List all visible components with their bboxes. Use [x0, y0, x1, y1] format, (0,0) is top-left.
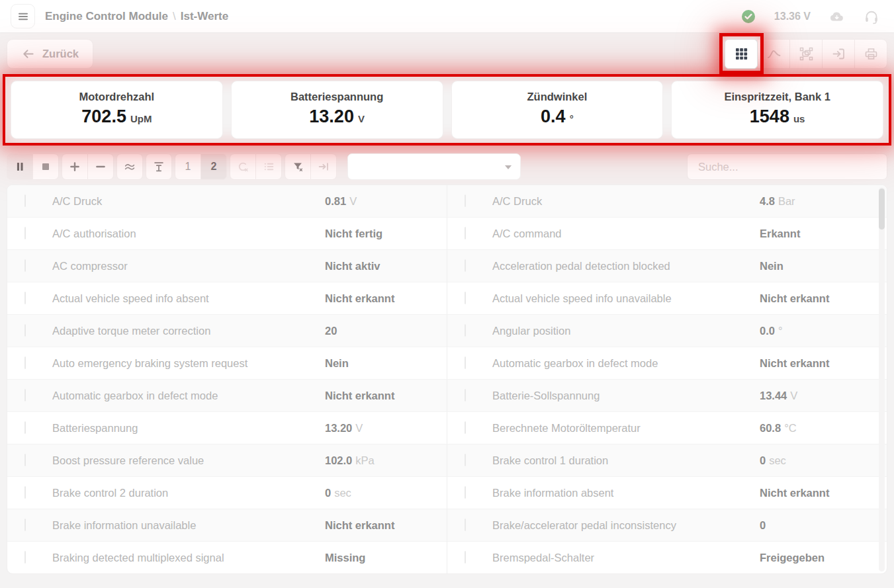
table-row[interactable]: Batteriespannung 13.20V: [7, 412, 447, 444]
page-1-button[interactable]: 1: [175, 153, 201, 180]
back-button[interactable]: Zurück: [7, 39, 93, 69]
row-checkbox[interactable]: [24, 227, 26, 239]
row-checkbox[interactable]: [24, 324, 26, 337]
param-name: Batterie-Sollspannung: [492, 390, 760, 402]
row-checkbox[interactable]: [465, 324, 466, 337]
channel-dropdown[interactable]: [347, 153, 521, 180]
table-row[interactable]: A/C authorisation Nicht fertig: [7, 218, 447, 250]
table-row[interactable]: Actual vehicle speed info absent Nicht e…: [7, 282, 447, 315]
list-view-button[interactable]: [255, 153, 282, 180]
table-row[interactable]: Automatic gearbox in defect mode Nicht e…: [7, 380, 447, 412]
row-checkbox[interactable]: [24, 259, 26, 272]
table-row[interactable]: Brake control 2 duration 0sec: [7, 477, 447, 509]
row-checkbox[interactable]: [24, 292, 26, 304]
row-checkbox[interactable]: [465, 421, 466, 434]
card-value: 1548us: [672, 108, 883, 126]
card-value: 0.4°: [452, 108, 663, 126]
param-value: Nicht erkannt: [760, 487, 887, 499]
card-label: Batteriespannung: [232, 91, 443, 103]
param-name: Brake information unavailable: [52, 519, 325, 532]
row-checkbox[interactable]: [465, 259, 466, 272]
param-value: Nicht erkannt: [760, 292, 887, 305]
metric-card-zuendwinkel: Zündwinkel 0.4°: [451, 81, 664, 139]
table-row[interactable]: Brake/accelerator pedal inconsistency 0: [447, 509, 887, 542]
pause-icon: [13, 160, 26, 173]
card-value: 702.5UpM: [11, 108, 222, 126]
param-value: Erkannt: [760, 228, 887, 240]
table-row[interactable]: Automatic gearbox in defect mode Nicht e…: [447, 347, 887, 380]
row-checkbox[interactable]: [24, 551, 26, 564]
scrollbar-thumb[interactable]: [879, 189, 885, 230]
table-row[interactable]: Brake information unavailable Nicht erka…: [7, 509, 447, 542]
table-row[interactable]: Acceleration pedal detection blocked Nei…: [447, 250, 887, 282]
card-unit: V: [358, 113, 365, 124]
breadcrumb-separator: \: [168, 10, 181, 23]
smooth-button[interactable]: [116, 153, 143, 180]
table-row[interactable]: Batterie-Sollspannung 13.44V: [447, 380, 887, 412]
row-checkbox[interactable]: [465, 357, 466, 369]
param-value: Nein: [760, 260, 887, 273]
table-row[interactable]: Brake information absent Nicht erkannt: [447, 477, 887, 509]
row-checkbox[interactable]: [24, 454, 26, 466]
table-row[interactable]: Adaptive torque meter correction 20: [7, 315, 447, 347]
scrollbar[interactable]: [879, 187, 885, 571]
print-button[interactable]: [854, 39, 887, 69]
stop-button[interactable]: [32, 153, 59, 180]
table-row[interactable]: A/C Druck 4.8Bar: [447, 185, 887, 218]
table-row[interactable]: A/C Druck 0.81V: [7, 185, 447, 218]
table-row[interactable]: Angular position 0.0°: [447, 315, 887, 347]
zoom-out-button[interactable]: [87, 153, 114, 180]
fit-height-icon: [152, 160, 165, 173]
annotation-box-grid-button: [725, 39, 758, 69]
row-checkbox[interactable]: [465, 486, 466, 499]
param-value: 13.44V: [760, 390, 887, 402]
fit-height-button[interactable]: [146, 153, 172, 180]
row-checkbox[interactable]: [24, 421, 26, 434]
param-name: Auto emergency braking system request: [52, 357, 325, 370]
cloud-download-icon[interactable]: [828, 9, 846, 24]
row-checkbox[interactable]: [24, 357, 26, 369]
param-name: Adaptive torque meter correction: [52, 325, 325, 337]
table-row[interactable]: Brake control 1 duration 0sec: [447, 444, 887, 477]
screenshot-button[interactable]: [789, 39, 823, 69]
param-name: Angular position: [492, 325, 760, 337]
row-checkbox[interactable]: [24, 194, 26, 207]
table-row[interactable]: Auto emergency braking system request Ne…: [7, 347, 447, 380]
param-name: Actual vehicle speed info unavailable: [492, 292, 760, 305]
table-row[interactable]: Boost pressure reference value 102.0kPa: [7, 444, 447, 477]
chart-view-button[interactable]: [757, 39, 790, 69]
refresh-clear-button[interactable]: [230, 153, 256, 180]
param-value: Nicht fertig: [325, 228, 447, 240]
row-checkbox[interactable]: [465, 389, 466, 401]
row-checkbox[interactable]: [24, 389, 26, 401]
row-checkbox[interactable]: [24, 519, 26, 531]
table-row[interactable]: Berechnete Motoröltemperatur 60.8°C: [447, 412, 887, 444]
param-value: Nicht erkannt: [325, 292, 447, 305]
table-row[interactable]: Bremspedal-Schalter Freigegeben: [447, 542, 887, 574]
pause-button[interactable]: [7, 153, 33, 180]
table-row[interactable]: A/C command Erkannt: [447, 218, 887, 250]
row-checkbox[interactable]: [465, 227, 466, 239]
headset-icon[interactable]: [864, 9, 879, 24]
table-row[interactable]: Braking detected multiplexed signal Miss…: [7, 542, 447, 574]
table-row[interactable]: AC compressor Nicht aktiv: [7, 250, 447, 282]
param-name: A/C command: [492, 228, 760, 240]
row-checkbox[interactable]: [465, 454, 466, 466]
jump-end-button[interactable]: [310, 153, 337, 180]
table-row[interactable]: Actual vehicle speed info unavailable Ni…: [447, 282, 887, 315]
minus-icon: [94, 160, 107, 173]
row-checkbox[interactable]: [465, 194, 466, 207]
filter-clear-button[interactable]: [285, 153, 311, 180]
export-button[interactable]: [822, 39, 855, 69]
page-2-button[interactable]: 2: [201, 153, 227, 180]
param-name: Brake control 1 duration: [492, 454, 760, 467]
row-checkbox[interactable]: [465, 292, 466, 304]
row-checkbox[interactable]: [24, 486, 26, 499]
breadcrumb-module: Engine Control Module: [45, 10, 168, 23]
search-input[interactable]: [687, 153, 887, 180]
hamburger-menu-button[interactable]: [11, 4, 35, 28]
row-checkbox[interactable]: [465, 551, 466, 564]
row-checkbox[interactable]: [465, 519, 466, 531]
zoom-in-button[interactable]: [62, 153, 88, 180]
grid-view-button[interactable]: [725, 39, 758, 69]
